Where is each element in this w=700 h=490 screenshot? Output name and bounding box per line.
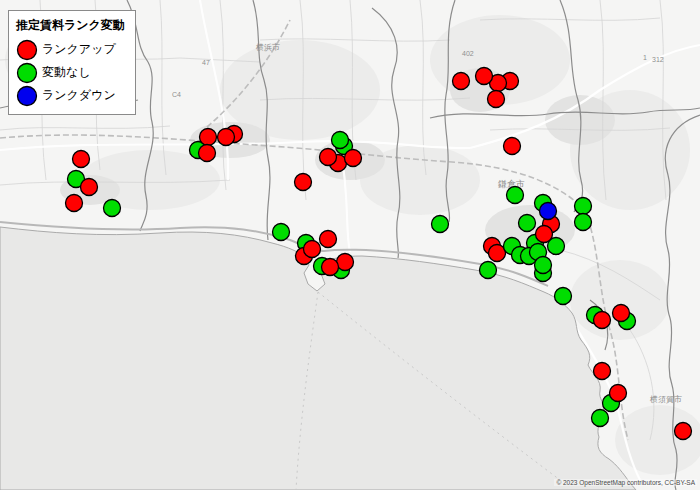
map-marker-none[interactable] xyxy=(575,214,592,231)
map-marker-up[interactable] xyxy=(304,241,321,258)
map-marker-up[interactable] xyxy=(675,423,692,440)
map-marker-up[interactable] xyxy=(320,231,337,248)
map-marker-up[interactable] xyxy=(536,226,553,243)
map-attribution: © 2023 OpenStreetMap contributors, CC-BY… xyxy=(554,479,697,486)
rank-up-marker-icon xyxy=(16,39,38,61)
map-marker-none[interactable] xyxy=(480,262,497,279)
legend-label-no-change: 変動なし xyxy=(42,64,91,81)
map-marker-up[interactable] xyxy=(200,129,217,146)
map-marker-none[interactable] xyxy=(592,410,609,427)
map-marker-none[interactable] xyxy=(104,200,121,217)
map-marker-down[interactable] xyxy=(540,203,557,220)
map-marker-none[interactable] xyxy=(555,288,572,305)
map-marker-up[interactable] xyxy=(453,73,470,90)
legend-label-rank-up: ランクアップ xyxy=(42,41,116,58)
map-marker-up[interactable] xyxy=(218,129,235,146)
map-marker-up[interactable] xyxy=(81,179,98,196)
map-marker-none[interactable] xyxy=(273,224,290,241)
map-marker-none[interactable] xyxy=(332,132,349,149)
legend: 推定賃料ランク変動 ランクアップ 変動なし ランクダウン xyxy=(8,10,136,115)
map-marker-up[interactable] xyxy=(504,138,521,155)
map-marker-up[interactable] xyxy=(322,259,339,276)
map-marker-up[interactable] xyxy=(488,91,505,108)
map-marker-none[interactable] xyxy=(432,216,449,233)
legend-title: 推定賃料ランク変動 xyxy=(16,17,128,34)
map-marker-none[interactable] xyxy=(507,187,524,204)
no-change-swatch xyxy=(18,63,37,82)
map-marker-up[interactable] xyxy=(345,150,362,167)
map-marker-up[interactable] xyxy=(295,174,312,191)
map-marker-up[interactable] xyxy=(66,195,83,212)
map-marker-up[interactable] xyxy=(613,305,630,322)
map-marker-none[interactable] xyxy=(519,215,536,232)
legend-item-rank-up: ランクアップ xyxy=(16,39,128,60)
legend-item-no-change: 変動なし xyxy=(16,62,128,83)
map-marker-up[interactable] xyxy=(594,312,611,329)
map-marker-up[interactable] xyxy=(610,385,627,402)
map-marker-up[interactable] xyxy=(73,151,90,168)
map-marker-none[interactable] xyxy=(535,257,552,274)
map-marker-none[interactable] xyxy=(575,198,592,215)
map-marker-up[interactable] xyxy=(476,68,493,85)
rank-down-swatch xyxy=(18,86,37,105)
map-viewport: 鎌倉市横浜市横須賀市40247C43121 推定賃料ランク変動 ランクアップ 変… xyxy=(0,0,700,490)
map-marker-up[interactable] xyxy=(320,149,337,166)
map-marker-up[interactable] xyxy=(199,145,216,162)
rank-up-swatch xyxy=(18,40,37,59)
rank-down-marker-icon xyxy=(16,85,38,107)
legend-label-rank-down: ランクダウン xyxy=(42,87,116,104)
map-marker-up[interactable] xyxy=(594,363,611,380)
no-change-marker-icon xyxy=(16,62,38,84)
legend-item-rank-down: ランクダウン xyxy=(16,85,128,106)
